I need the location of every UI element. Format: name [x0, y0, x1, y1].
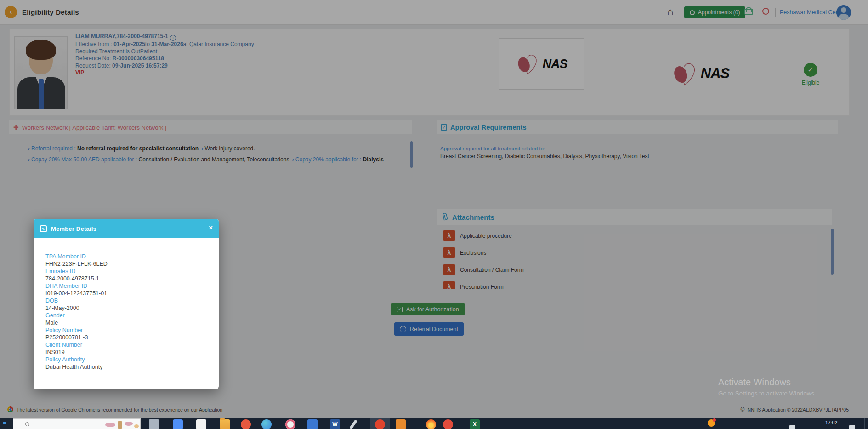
field-label: DOB: [45, 297, 207, 304]
taskbar-app-icon[interactable]: [307, 419, 318, 429]
field-label: Emirates ID: [45, 268, 207, 275]
member-field: Emirates ID 784-2000-4978715-1: [45, 268, 207, 282]
field-value: FHN2-223F-LFLK-6LED: [45, 260, 207, 268]
tray-icon[interactable]: [789, 425, 795, 429]
divider: [45, 374, 207, 374]
field-label: Policy Number: [45, 326, 207, 334]
field-label: Client Number: [45, 341, 207, 349]
search-icon: [25, 422, 29, 426]
edge-icon[interactable]: [261, 419, 272, 429]
member-field: Gender Male: [45, 312, 207, 326]
search-highlight-art: [125, 422, 133, 426]
member-field: DOB 14-May-2000: [45, 297, 207, 312]
pen-icon[interactable]: [349, 419, 357, 429]
taskbar-app-icon[interactable]: [285, 419, 295, 429]
field-value: 784-2000-4978715-1: [45, 275, 207, 282]
taskbar-app-icon[interactable]: [196, 419, 206, 429]
flame-icon[interactable]: [426, 419, 436, 429]
divider: [45, 243, 207, 243]
taskbar-app-icon[interactable]: [443, 419, 453, 429]
taskview-icon[interactable]: [149, 419, 159, 429]
member-field: Policy Authority Dubai Health Authority: [45, 356, 207, 371]
word-letter: W: [330, 419, 340, 429]
modal-body: TPA Member ID FHN2-223F-LFLK-6LED Emirat…: [34, 243, 219, 374]
taskbar-app-icon[interactable]: [396, 419, 406, 429]
file-explorer-icon[interactable]: [220, 419, 230, 429]
active-app-icon[interactable]: [375, 419, 385, 429]
start-button[interactable]: [0, 418, 12, 429]
field-value: 14-May-2000: [45, 304, 207, 312]
screen: ‹ Eligibility Details ⌂ Appointments (0)…: [0, 0, 868, 429]
field-value: I019-004-122437751-01: [45, 290, 207, 297]
word-icon[interactable]: W: [330, 419, 340, 429]
field-value: P2520000701 -3: [45, 334, 207, 341]
taskbar-search[interactable]: [13, 418, 141, 429]
member-field: Policy Number P2520000701 -3: [45, 326, 207, 341]
field-label: Gender: [45, 312, 207, 319]
field-value: Male: [45, 319, 207, 326]
search-highlight-art: [134, 424, 139, 428]
taskbar-app-icon[interactable]: [173, 419, 183, 429]
field-value: Dubai Health Authority: [45, 363, 207, 371]
close-icon[interactable]: ×: [209, 224, 213, 231]
excel-icon[interactable]: X: [470, 419, 480, 429]
tray-icon[interactable]: [849, 425, 855, 429]
edit-card-icon: [40, 225, 47, 232]
taskbar-clock[interactable]: 17:02: [825, 420, 837, 425]
member-details-modal: Member Details × TPA Member ID FHN2-223F…: [34, 219, 219, 389]
windows-taskbar: W X 17:02: [0, 418, 868, 429]
field-label: DHA Member ID: [45, 282, 207, 290]
modal-header: Member Details ×: [34, 219, 219, 238]
show-desktop-button[interactable]: [864, 418, 865, 429]
search-highlight-art: [105, 423, 115, 427]
field-label: Policy Authority: [45, 356, 207, 363]
member-field: Client Number INS019: [45, 341, 207, 356]
search-highlight-art: [118, 421, 122, 429]
notification-icon[interactable]: [708, 419, 715, 427]
member-field: TPA Member ID FHN2-223F-LFLK-6LED: [45, 253, 207, 268]
member-field: DHA Member ID I019-004-122437751-01: [45, 282, 207, 297]
taskbar-app-icon[interactable]: [241, 419, 251, 429]
field-label: TPA Member ID: [45, 253, 207, 260]
modal-title: Member Details: [51, 225, 96, 232]
excel-letter: X: [470, 419, 480, 429]
field-value: INS019: [45, 349, 207, 356]
